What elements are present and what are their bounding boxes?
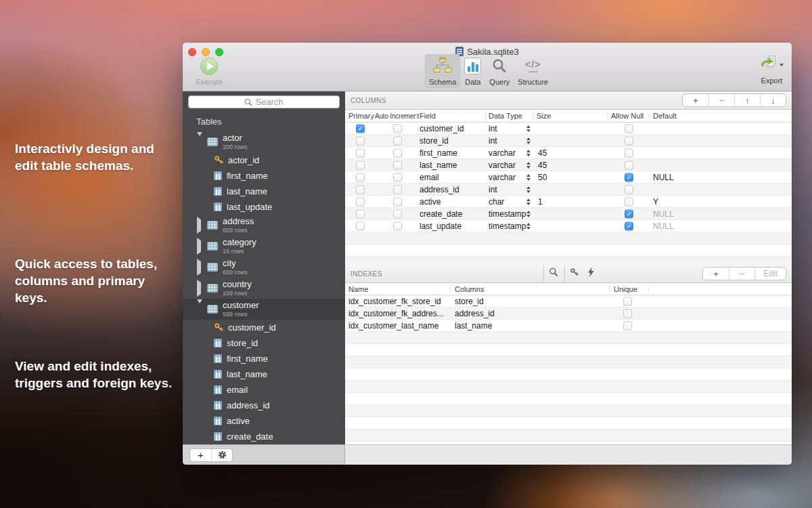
allow-null-checkbox[interactable]: ✓ <box>625 173 633 182</box>
column-row-email[interactable]: emailvarchar50✓NULL <box>345 171 792 184</box>
export-button[interactable]: Export <box>760 54 784 85</box>
column-row-last_update[interactable]: last_updatetimestamp✓NULL <box>345 220 792 232</box>
sidebar-table-actor[interactable]: actor200 rows <box>183 131 345 152</box>
structure-button[interactable]: </> Structure <box>514 54 552 88</box>
auto-increment-checkbox[interactable] <box>393 136 402 145</box>
auto-increment-checkbox[interactable] <box>393 209 402 218</box>
search-input[interactable]: Search <box>188 96 340 108</box>
unique-checkbox[interactable] <box>623 321 632 330</box>
data-type-stepper[interactable] <box>526 150 531 156</box>
sidebar-column-address_id[interactable]: address_id <box>183 398 345 413</box>
field-name[interactable]: store_id <box>420 136 449 146</box>
edit-index-button[interactable]: Edit <box>754 268 786 280</box>
column-row-store_id[interactable]: store_idint <box>345 135 792 147</box>
field-name[interactable]: create_date <box>420 209 462 219</box>
sidebar-table-address[interactable]: address603 rows <box>183 215 345 236</box>
field-name[interactable]: email <box>420 173 439 182</box>
primary-checkbox[interactable] <box>356 209 365 218</box>
data-type-value[interactable]: int <box>489 185 497 194</box>
data-type-stepper[interactable] <box>526 162 531 169</box>
sidebar-column-first_name[interactable]: first_name <box>183 351 345 366</box>
allow-null-checkbox[interactable] <box>625 148 633 157</box>
default-value[interactable]: Y <box>653 197 658 207</box>
primary-checkbox[interactable] <box>356 197 365 206</box>
primary-checkbox[interactable]: ✓ <box>356 124 365 133</box>
settings-button[interactable] <box>211 449 232 461</box>
index-key-icon[interactable] <box>570 268 579 280</box>
size-value[interactable]: 45 <box>538 161 547 170</box>
auto-increment-checkbox[interactable] <box>393 148 402 157</box>
sidebar-column-active[interactable]: active <box>183 413 345 429</box>
index-columns[interactable]: store_id <box>455 297 484 306</box>
sidebar-column-last_name[interactable]: last_name <box>183 184 345 199</box>
sidebar-column-customer_id[interactable]: customer_id <box>183 320 345 335</box>
allow-null-checkbox[interactable]: ✓ <box>625 209 633 218</box>
default-value[interactable]: NULL <box>653 173 674 182</box>
field-name[interactable]: last_update <box>420 221 461 231</box>
data-type-value[interactable]: timestamp <box>489 209 526 219</box>
data-type-value[interactable]: int <box>489 124 497 133</box>
unique-checkbox[interactable] <box>623 309 632 318</box>
auto-increment-checkbox[interactable] <box>393 124 402 133</box>
field-name[interactable]: first_name <box>420 148 457 158</box>
sidebar-table-category[interactable]: category16 rows <box>183 236 345 257</box>
sidebar-table-city[interactable]: city600 rows <box>183 257 345 278</box>
column-row-active[interactable]: activechar1Y <box>345 196 792 208</box>
allow-null-checkbox[interactable]: ✓ <box>625 221 633 230</box>
size-value[interactable]: 1 <box>538 197 543 207</box>
index-row-idx_customer_fk_store_id[interactable]: idx_customer_fk_store_idstore_id <box>345 295 792 308</box>
move-column-down-button[interactable]: ↓ <box>760 94 786 106</box>
index-name[interactable]: idx_customer_fk_addres... <box>348 309 444 318</box>
allow-null-checkbox[interactable] <box>625 124 633 133</box>
field-name[interactable]: address_id <box>420 185 459 194</box>
sidebar-column-create_date[interactable]: create_date <box>183 429 345 444</box>
data-type-value[interactable]: varchar <box>489 161 516 170</box>
column-row-first_name[interactable]: first_namevarchar45 <box>345 147 792 159</box>
data-type-value[interactable]: int <box>489 136 497 146</box>
column-row-address_id[interactable]: address_idint <box>345 184 792 196</box>
primary-checkbox[interactable] <box>356 185 365 194</box>
data-type-value[interactable]: varchar <box>489 173 516 182</box>
auto-increment-checkbox[interactable] <box>393 173 402 182</box>
sidebar-table-country[interactable]: country109 rows <box>183 278 345 299</box>
data-type-value[interactable]: char <box>489 197 504 207</box>
size-value[interactable]: 45 <box>538 148 547 158</box>
sidebar-column-email[interactable]: email <box>183 382 345 398</box>
auto-increment-checkbox[interactable] <box>393 161 402 169</box>
column-row-customer_id[interactable]: ✓customer_idint <box>345 123 792 135</box>
sidebar-column-store_id[interactable]: store_id <box>183 335 345 351</box>
data-type-stepper[interactable] <box>526 211 531 217</box>
data-type-stepper[interactable] <box>526 137 531 144</box>
collapse-triangle-icon[interactable] <box>197 132 202 148</box>
execute-button[interactable]: Execute <box>189 56 229 86</box>
allow-null-checkbox[interactable] <box>625 197 633 206</box>
primary-checkbox[interactable] <box>356 161 365 169</box>
auto-increment-checkbox[interactable] <box>393 185 402 194</box>
index-name[interactable]: idx_customer_fk_store_id <box>348 297 441 306</box>
index-trigger-icon[interactable] <box>587 268 595 280</box>
collapse-triangle-icon[interactable] <box>197 299 202 315</box>
auto-increment-checkbox[interactable] <box>393 197 402 206</box>
expand-triangle-icon[interactable] <box>197 280 201 297</box>
remove-column-button[interactable]: − <box>708 94 734 106</box>
data-button[interactable]: Data <box>460 54 485 88</box>
auto-increment-checkbox[interactable] <box>393 221 402 230</box>
expand-triangle-icon[interactable] <box>197 259 201 276</box>
primary-checkbox[interactable] <box>356 136 365 145</box>
primary-checkbox[interactable] <box>356 173 365 182</box>
sidebar-column-actor_id[interactable]: actor_id <box>183 152 345 168</box>
remove-index-button[interactable]: − <box>729 268 754 280</box>
column-row-last_name[interactable]: last_namevarchar45 <box>345 159 792 171</box>
expand-triangle-icon[interactable] <box>197 217 201 234</box>
field-name[interactable]: active <box>420 197 441 207</box>
sidebar-column-last_update[interactable]: last_update <box>183 199 345 215</box>
index-name[interactable]: idx_customer_last_name <box>348 321 438 331</box>
index-search-icon[interactable] <box>549 268 558 280</box>
data-type-stepper[interactable] <box>526 186 531 193</box>
data-type-stepper[interactable] <box>526 125 531 132</box>
index-columns[interactable]: address_id <box>455 309 495 318</box>
allow-null-checkbox[interactable] <box>625 161 633 169</box>
add-table-button[interactable]: + <box>190 449 211 461</box>
index-row-idx_customer_fk_addres...[interactable]: idx_customer_fk_addres...address_id <box>345 308 792 320</box>
default-value[interactable]: NULL <box>653 221 674 231</box>
